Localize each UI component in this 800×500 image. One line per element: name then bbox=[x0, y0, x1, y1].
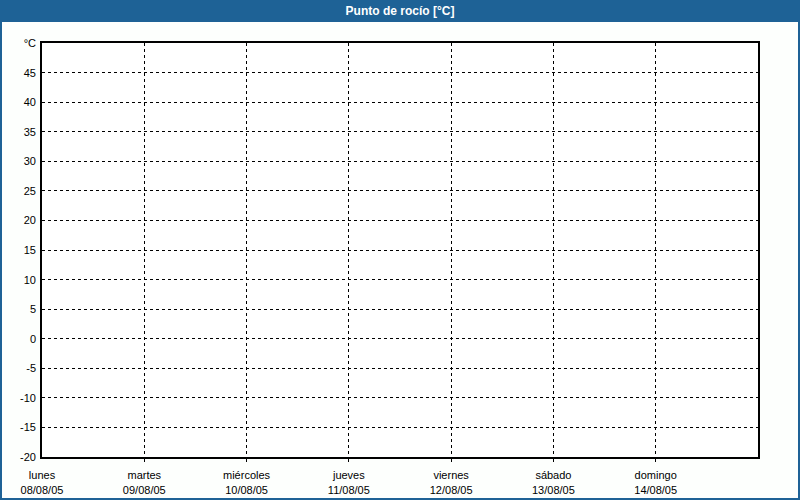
x-axis-tick bbox=[348, 459, 349, 462]
h-gridline bbox=[42, 250, 758, 251]
y-tick-label: 20 bbox=[0, 214, 36, 226]
x-axis-tick bbox=[451, 459, 452, 462]
y-tick-label: 15 bbox=[0, 244, 36, 256]
h-gridline bbox=[42, 427, 758, 428]
v-gridline bbox=[655, 43, 656, 457]
v-gridline bbox=[144, 43, 145, 457]
chart-title: Punto de rocío [°C] bbox=[346, 4, 455, 18]
v-gridline bbox=[451, 43, 452, 457]
h-gridline bbox=[42, 161, 758, 162]
y-tick-label: -15 bbox=[0, 421, 36, 433]
h-gridline bbox=[42, 131, 758, 132]
h-gridline bbox=[42, 368, 758, 369]
title-bar: Punto de rocío [°C] bbox=[0, 0, 800, 22]
h-gridline bbox=[42, 190, 758, 191]
y-tick-label: 0 bbox=[0, 333, 36, 345]
h-gridline bbox=[42, 309, 758, 310]
y-tick-label: -5 bbox=[0, 362, 36, 374]
x-day-label: domingo bbox=[596, 469, 716, 482]
v-gridline bbox=[246, 43, 247, 457]
x-date-label: 14/08/05 bbox=[596, 484, 716, 497]
h-gridline bbox=[42, 397, 758, 398]
y-tick-label: 40 bbox=[0, 96, 36, 108]
x-axis-tick bbox=[246, 459, 247, 462]
h-gridline bbox=[42, 72, 758, 73]
v-gridline bbox=[553, 43, 554, 457]
y-tick-label: -20 bbox=[0, 451, 36, 463]
y-tick-label: 25 bbox=[0, 185, 36, 197]
y-tick-label: 30 bbox=[0, 155, 36, 167]
y-tick-label: 45 bbox=[0, 67, 36, 79]
y-tick-label: -10 bbox=[0, 392, 36, 404]
v-gridline bbox=[348, 43, 349, 457]
y-tick-label: 35 bbox=[0, 126, 36, 138]
x-axis-tick bbox=[144, 459, 145, 462]
y-tick-label: 5 bbox=[0, 303, 36, 315]
x-axis-tick bbox=[553, 459, 554, 462]
chart-window: Punto de rocío [°C] °C454035302520151050… bbox=[0, 0, 800, 500]
h-gridline bbox=[42, 220, 758, 221]
h-gridline bbox=[42, 279, 758, 280]
plot-area bbox=[40, 41, 760, 459]
y-tick-label: 10 bbox=[0, 274, 36, 286]
h-gridline bbox=[42, 338, 758, 339]
x-axis-tick bbox=[655, 459, 656, 462]
y-axis-unit-label: °C bbox=[0, 37, 36, 49]
h-gridline bbox=[42, 102, 758, 103]
